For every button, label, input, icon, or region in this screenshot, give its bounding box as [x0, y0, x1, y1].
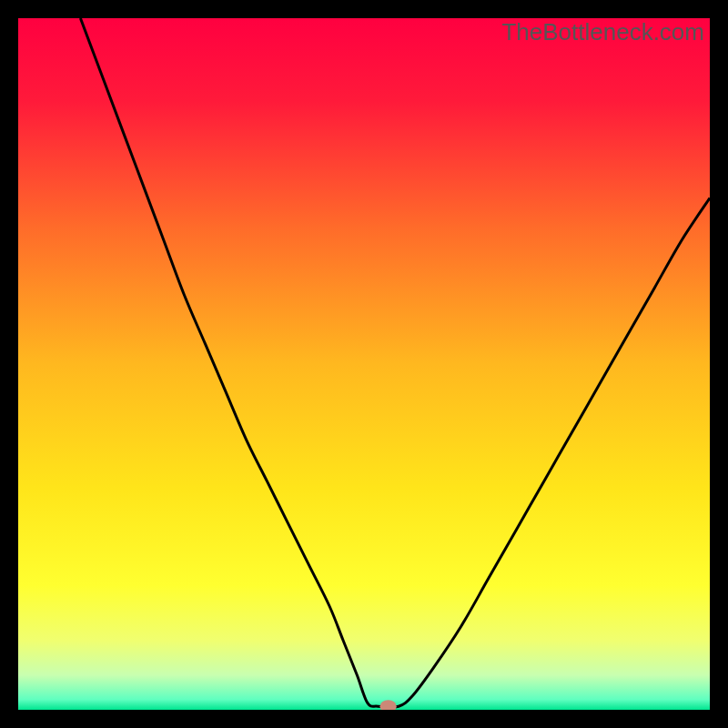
chart-frame: TheBottleneck.com	[18, 18, 710, 710]
bottleneck-chart	[18, 18, 710, 710]
gradient-background	[18, 18, 710, 710]
watermark-label: TheBottleneck.com	[501, 18, 704, 46]
